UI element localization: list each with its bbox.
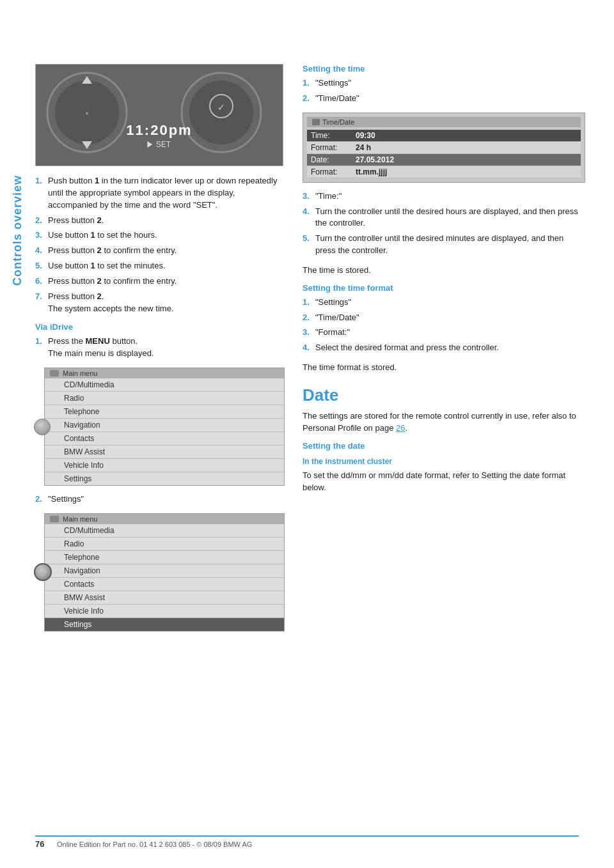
page-footer: 76 Online Edition for Part no. 01 41 2 6… xyxy=(35,835,579,849)
cluster-inner: ✓ ● 11:20pm SET xyxy=(36,65,283,166)
timedate-icon xyxy=(312,119,320,125)
content-area: ✓ ● 11:20pm SET xyxy=(35,64,585,639)
timedate-label-date: Date: xyxy=(311,155,356,164)
cluster-background-svg: ✓ ● xyxy=(36,65,283,166)
setting-time-step-2: 2. "Time/Date" xyxy=(303,93,585,105)
menu-item-telephone-2: Telephone xyxy=(45,551,284,564)
svg-point-10 xyxy=(41,570,45,574)
menu-item-settings-1: Settings xyxy=(45,472,284,485)
sidebar-label-text: Controls overview xyxy=(12,174,25,285)
svg-rect-11 xyxy=(42,568,43,570)
svg-text:●: ● xyxy=(85,110,88,116)
date-page-ref[interactable]: 26 xyxy=(396,423,405,433)
menu-title-bar-2: Main menu xyxy=(45,514,284,524)
menu-title-text-2: Main menu xyxy=(63,515,97,523)
setting-time-heading: Setting the time xyxy=(303,64,585,74)
menu-icon-1 xyxy=(50,370,59,376)
svg-rect-16 xyxy=(45,569,47,571)
timedate-row-format: Format: 24 h xyxy=(307,142,581,154)
right-column: Setting the time 1. "Settings" 2. "Time/… xyxy=(303,64,585,639)
menu-screenshot-wrap-1: Main menu CD/Multimedia Radio Telephone … xyxy=(44,368,285,486)
svg-rect-13 xyxy=(38,571,40,573)
main-steps-list: 1. Push button 1 in the turn indicator l… xyxy=(35,175,285,314)
time-stored-note: The time is stored. xyxy=(303,265,585,277)
date-main-heading: Date xyxy=(303,385,585,405)
timedate-title-text: Time/Date xyxy=(322,118,354,126)
menu-item-bmwassist-2: BMW Assist xyxy=(45,591,284,605)
setting-date-heading: Setting the date xyxy=(303,441,585,451)
setting-time-format-heading: Setting the time format xyxy=(303,283,585,293)
timedate-label-format2: Format: xyxy=(311,167,356,176)
timedate-label-format: Format: xyxy=(311,143,356,152)
svg-rect-15 xyxy=(40,569,42,571)
in-instrument-cluster-text: To set the dd/mm or mm/dd date format, r… xyxy=(303,470,585,494)
setting-time-steps-1: 1. "Settings" 2. "Time/Date" xyxy=(303,77,585,105)
date-intro-text: The settings are stored for the remote c… xyxy=(303,410,585,435)
page-container: Controls overview xyxy=(0,0,614,868)
gear-icon xyxy=(38,567,48,577)
time-format-step-1: 1. "Settings" xyxy=(303,297,585,309)
main-menu-screenshot-1: Main menu CD/Multimedia Radio Telephone … xyxy=(44,368,285,486)
timedate-row-time: Time: 09:30 xyxy=(307,130,581,142)
timedate-screenshot: Time/Date Time: 09:30 Format: 24 h Date:… xyxy=(303,112,585,183)
timedate-row-format2: Format: tt.mm.jjjj xyxy=(307,166,581,178)
via-idrive-steps: 1. Press the MENU button.The main menu i… xyxy=(35,336,285,360)
menu-item-settings-2: Settings xyxy=(45,618,284,631)
time-format-step-3: 3. "Format:" xyxy=(303,327,585,339)
cluster-image: ✓ ● 11:20pm SET xyxy=(35,64,283,166)
time-format-step-4: 4. Select the desired format and press t… xyxy=(303,342,585,354)
time-format-steps: 1. "Settings" 2. "Time/Date" 3. "Format:… xyxy=(303,297,585,354)
timedate-value-date: 27.05.2012 xyxy=(356,155,394,164)
setting-time-step-5: 5. Turn the controller until the desired… xyxy=(303,233,585,257)
timedate-value-format2: tt.mm.jjjj xyxy=(356,167,387,176)
setting-time-step-1: 1. "Settings" xyxy=(303,77,585,89)
setting-time-step-3: 3. "Time:" xyxy=(303,190,585,203)
menu-item-navigation-2: Navigation xyxy=(45,564,284,578)
svg-rect-12 xyxy=(42,575,43,577)
timedate-row-date: Date: 27.05.2012 xyxy=(307,154,581,166)
setting-time-steps-2: 3. "Time:" 4. Turn the controller until … xyxy=(303,190,585,257)
step-3: 3. Use button 1 to set the hours. xyxy=(35,229,285,242)
date-intro-span: The settings are stored for the remote c… xyxy=(303,411,576,433)
menu-item-contacts-2: Contacts xyxy=(45,578,284,591)
cluster-set-row: SET xyxy=(126,140,192,149)
two-column-layout: ✓ ● 11:20pm SET xyxy=(35,64,585,639)
svg-rect-18 xyxy=(45,574,47,576)
main-menu-screenshot-2: Main menu CD/Multimedia Radio Telephone … xyxy=(44,513,285,632)
in-instrument-cluster-heading: In the instrument cluster xyxy=(303,457,585,466)
timedate-title-bar: Time/Date xyxy=(307,117,581,127)
svg-rect-14 xyxy=(45,571,47,573)
set-arrow-icon xyxy=(148,141,153,148)
menu-screenshot-wrap-2: Main menu CD/Multimedia Radio Telephone … xyxy=(44,513,285,632)
menu-item-vehicleinfo-2: Vehicle Info xyxy=(45,605,284,618)
setting-time-step-4: 4. Turn the controller until the desired… xyxy=(303,206,585,230)
menu-item-radio-1: Radio xyxy=(45,392,284,405)
cluster-time-text: 11:20pm xyxy=(126,122,192,139)
left-column: ✓ ● 11:20pm SET xyxy=(35,64,285,639)
svg-point-4 xyxy=(189,81,253,144)
menu-title-bar-1: Main menu xyxy=(45,368,284,378)
main-menu-container-2: Main menu CD/Multimedia Radio Telephone … xyxy=(35,513,285,632)
menu-item-vehicleinfo-1: Vehicle Info xyxy=(45,459,284,472)
menu-item-navigation-1: Navigation xyxy=(45,419,284,432)
timedate-value-time: 09:30 xyxy=(356,131,375,140)
step-6: 6. Press button 2 to confirm the entry. xyxy=(35,275,285,288)
cluster-set-label: SET xyxy=(156,140,171,149)
step-7: 7. Press button 2.The system accepts the… xyxy=(35,291,285,315)
menu-item-radio-2: Radio xyxy=(45,538,284,551)
timedate-label-time: Time: xyxy=(311,131,356,140)
step-5: 5. Use button 1 to set the minutes. xyxy=(35,260,285,272)
via-idrive-step-1: 1. Press the MENU button.The main menu i… xyxy=(35,336,285,360)
footer-copyright-text: Online Edition for Part no. 01 41 2 603 … xyxy=(57,841,252,848)
menu-item-telephone-1: Telephone xyxy=(45,405,284,419)
via-idrive-step2-list: 2. "Settings" xyxy=(35,493,285,506)
svg-text:✓: ✓ xyxy=(217,102,225,112)
step-1: 1. Push button 1 in the turn indicator l… xyxy=(35,175,285,212)
via-idrive-step-2: 2. "Settings" xyxy=(35,493,285,506)
menu-item-cd-1: CD/Multimedia xyxy=(45,378,284,392)
menu-icon-2 xyxy=(50,516,59,522)
menu-item-bmwassist-1: BMW Assist xyxy=(45,446,284,459)
sidebar-label: Controls overview xyxy=(12,128,24,332)
knob-circle-2 xyxy=(34,563,52,581)
knob-circle-1 xyxy=(34,419,51,435)
